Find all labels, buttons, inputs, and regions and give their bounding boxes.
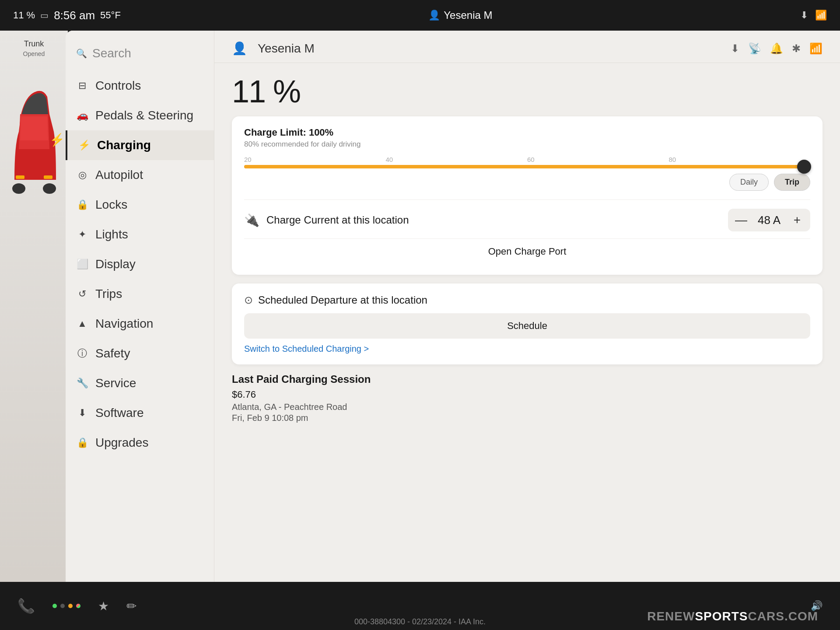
phone-icon[interactable]: 📞 [18, 598, 35, 614]
dot-multi [76, 604, 80, 608]
search-row[interactable]: 🔍 Search [66, 39, 214, 67]
charge-current-control: — 48 A + [728, 209, 810, 231]
pedals-icon: 🚗 [76, 110, 88, 121]
software-icon: ⬇ [76, 407, 88, 419]
open-charge-port-button[interactable]: Open Charge Port [244, 238, 810, 264]
charge-current-row: 🔌 Charge Current at this location — 48 A… [244, 200, 810, 231]
sidebar-item-display[interactable]: ⬜ Display [66, 249, 214, 279]
renew-watermark: RENEWSPORTSCARS.COM [647, 609, 818, 623]
driver-avatar-icon-top: 👤 [428, 10, 440, 21]
svg-point-0 [12, 183, 25, 194]
dot-green [52, 604, 57, 608]
status-center: 👤 Yesenia M [138, 9, 783, 21]
locks-icon: 🔒 [76, 199, 88, 210]
star-icon: ★ [98, 599, 109, 613]
sidebar-item-controls[interactable]: ⊟ Controls [66, 71, 214, 101]
navigation-label: Navigation [95, 317, 153, 331]
battery-pct-large: 11 % [232, 74, 822, 109]
charging-bolt-icon: ⚡ [49, 133, 65, 147]
status-left: 11 % ▭ 8:56 am 55°F [13, 9, 121, 22]
lights-icon: ✦ [76, 229, 88, 240]
lights-label: Lights [95, 228, 128, 242]
last-paid-location: Atlanta, GA - Peachtree Road [232, 402, 822, 412]
controls-icon: ⊟ [76, 80, 88, 91]
service-label: Service [95, 376, 136, 390]
upgrades-icon: 🔒 [76, 437, 88, 448]
scheduled-header: ⊙ Scheduled Departure at this location [244, 294, 810, 306]
search-icon: 🔍 [76, 48, 87, 59]
tick-40: 40 [386, 156, 393, 163]
trip-button[interactable]: Trip [774, 174, 810, 191]
sidebar-item-pedals[interactable]: 🚗 Pedals & Steering [66, 101, 214, 130]
download-icon[interactable]: ⬇ [731, 42, 739, 55]
media-controls [52, 604, 80, 608]
tick-20: 20 [244, 156, 252, 163]
controls-label: Controls [95, 79, 141, 93]
sidebar-item-navigation[interactable]: ▲ Navigation [66, 309, 214, 339]
driver-avatar-icon: 👤 [232, 41, 247, 56]
driver-name: Yesenia M [258, 42, 720, 56]
content-header: 👤 Yesenia M ⬇ 📡 🔔 ✱ 📶 [214, 31, 840, 63]
car-panel: Trunk Opened ⚡ [0, 31, 68, 582]
time-display: 8:56 am [54, 9, 95, 22]
battery-icon: ▭ [40, 10, 49, 21]
sidebar-item-upgrades[interactable]: 🔒 Upgrades [66, 428, 214, 458]
sidebar-item-locks[interactable]: 🔒 Locks [66, 190, 214, 220]
renew-text: RENEW [647, 609, 695, 623]
autopilot-icon: ◎ [76, 169, 88, 181]
safety-label: Safety [95, 346, 130, 360]
charge-slider-container: 20 40 60 80 [244, 156, 810, 168]
charging-icon: ⚡ [78, 140, 90, 151]
scheduled-departure-card: ⊙ Scheduled Departure at this location S… [232, 284, 822, 364]
charge-limit-label: Charge Limit: 100% [244, 127, 810, 138]
svg-rect-3 [44, 175, 52, 179]
scheduled-title: Scheduled Departure at this location [258, 294, 427, 306]
charge-plug-icon: 🔌 [244, 213, 259, 228]
slider-track[interactable] [244, 165, 810, 168]
sidebar-item-charging[interactable]: ⚡ Charging [66, 130, 214, 160]
slider-thumb[interactable] [797, 160, 811, 174]
upgrades-label: Upgrades [95, 436, 148, 450]
display-label: Display [95, 257, 136, 271]
search-label: Search [92, 46, 131, 60]
navigation-icon: ▲ [76, 318, 88, 329]
slider-ticks: 20 40 60 80 [244, 156, 810, 165]
sidebar: 🔍 Search ⊟ Controls 🚗 Pedals & Steering … [66, 31, 214, 582]
safety-icon: ⓘ [76, 347, 88, 360]
battery-section: 11 % [214, 63, 840, 116]
last-paid-date: Fri, Feb 9 10:08 pm [232, 413, 822, 423]
switch-charging-link[interactable]: Switch to Scheduled Charging > [244, 344, 810, 354]
trunk-sub: Opened [23, 50, 45, 57]
daily-button[interactable]: Daily [729, 174, 769, 191]
charge-limit-sub: 80% recommended for daily driving [244, 140, 810, 149]
temperature-display: 55°F [100, 10, 121, 21]
bluetooth-icon[interactable]: ✱ [792, 42, 801, 55]
main-container: 🔍 Search ⊟ Controls 🚗 Pedals & Steering … [66, 31, 840, 582]
content-panel: 👤 Yesenia M ⬇ 📡 🔔 ✱ 📶 11 % Charge Limit:… [214, 31, 840, 582]
decrease-current-button[interactable]: — [732, 210, 751, 230]
header-icons: ⬇ 📡 🔔 ✱ 📶 [731, 42, 822, 55]
sidebar-item-trips[interactable]: ↺ Trips [66, 279, 214, 309]
sidebar-item-service[interactable]: 🔧 Service [66, 368, 214, 398]
last-paid-section: Last Paid Charging Session $6.76 Atlanta… [232, 373, 822, 423]
slider-buttons: Daily Trip [244, 174, 810, 191]
svg-rect-2 [16, 175, 24, 179]
bell-icon[interactable]: 🔔 [770, 42, 783, 55]
increase-current-button[interactable]: + [788, 210, 807, 230]
car-svg [8, 66, 60, 197]
sidebar-item-safety[interactable]: ⓘ Safety [66, 339, 214, 368]
schedule-button[interactable]: Schedule [244, 313, 810, 339]
last-paid-amount: $6.76 [232, 389, 822, 400]
trips-icon: ↺ [76, 288, 88, 300]
driver-name-top: Yesenia M [444, 9, 492, 21]
sidebar-item-autopilot[interactable]: ◎ Autopilot [66, 160, 214, 190]
auction-info: 000-38804300 - 02/23/2024 - IAA Inc. [354, 617, 486, 626]
svg-point-1 [43, 183, 56, 194]
sidebar-item-lights[interactable]: ✦ Lights [66, 220, 214, 249]
clock-icon: ⊙ [244, 294, 253, 306]
pedals-label: Pedals & Steering [95, 108, 193, 122]
dot-grey [60, 604, 65, 608]
software-label: Software [95, 406, 144, 420]
charging-label: Charging [97, 138, 151, 152]
sidebar-item-software[interactable]: ⬇ Software [66, 398, 214, 428]
